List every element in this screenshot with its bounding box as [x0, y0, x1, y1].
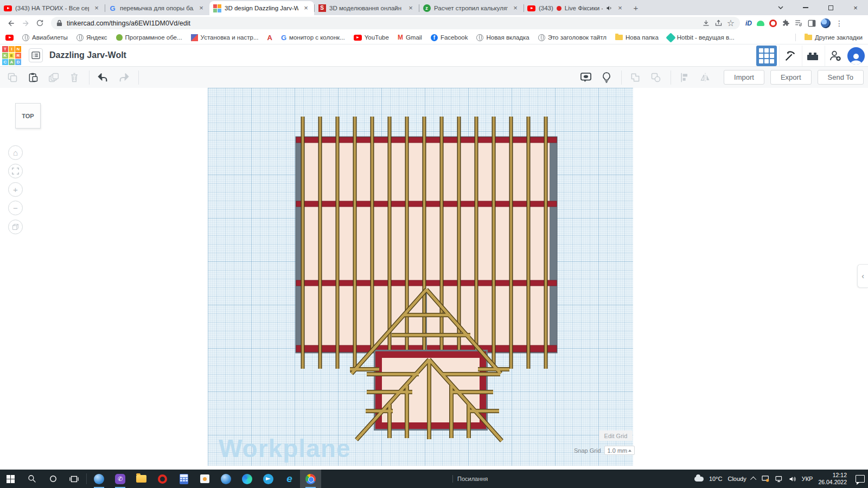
close-window-button[interactable]: × — [843, 0, 868, 15]
extension-id-icon[interactable]: iD — [745, 20, 752, 27]
roof-framing-model[interactable] — [208, 88, 633, 466]
url-text[interactable]: tinkercad.com/things/a6EWI1DM0Vd/edit — [67, 20, 698, 27]
brick-export-button[interactable] — [802, 46, 822, 66]
snap-grid-select[interactable]: 1.0 mm — [604, 446, 635, 455]
bookmark-yandex[interactable]: Яндекс — [76, 34, 107, 41]
tab-close-icon[interactable]: × — [302, 4, 310, 12]
taskbar-app-store[interactable] — [194, 470, 215, 488]
user-avatar[interactable] — [847, 47, 865, 65]
home-view-button[interactable]: ⌂ — [8, 145, 23, 160]
taskbar-links-toolbar[interactable]: Посилання — [452, 470, 488, 488]
taskbar-app-edge[interactable] — [237, 470, 258, 488]
bookmark-new-tab[interactable]: Новая вкладка — [476, 34, 529, 41]
bookmark-title-site[interactable]: Это заголовок тайтл — [538, 34, 607, 41]
tray-notification-icon[interactable] — [762, 476, 770, 483]
weather-temp[interactable]: 10°C — [709, 476, 723, 482]
shapes-panel-toggle[interactable]: ‹ — [857, 264, 868, 288]
bookmark-star-icon[interactable]: ☆ — [727, 18, 735, 28]
workplane-grid[interactable]: Workplane — [208, 88, 633, 466]
tab-youtube-live[interactable]: (343) Live Фіксики - всі с × — [524, 1, 628, 15]
other-bookmarks-folder[interactable]: Другие закладки — [805, 34, 863, 41]
blocks-view-button[interactable] — [756, 46, 777, 66]
taskbar-app-orb-2[interactable] — [215, 470, 237, 488]
action-center-icon[interactable] — [856, 475, 865, 483]
paste-button[interactable] — [25, 69, 41, 86]
invite-collaborator-button[interactable] — [825, 46, 845, 66]
bookmark-gmail[interactable]: MGmail — [398, 34, 422, 41]
duplicate-button[interactable] — [46, 69, 62, 86]
bookmark-aviabilety[interactable]: Авиабилеты — [22, 34, 68, 41]
edit-grid-button[interactable]: Edit Grid — [599, 431, 633, 441]
playlist-icon[interactable] — [795, 20, 803, 27]
taskbar-app-chrome[interactable] — [300, 470, 321, 488]
redo-button[interactable] — [116, 69, 132, 86]
taskbar-app-viber[interactable]: ✆ — [110, 470, 131, 488]
taskbar-app-explorer[interactable] — [131, 470, 152, 488]
mirror-button[interactable] — [697, 69, 713, 86]
opera-extension-icon[interactable] — [769, 20, 777, 27]
bookmark-red-a[interactable]: А — [267, 34, 272, 42]
share-icon[interactable] — [714, 19, 723, 27]
reload-button[interactable] — [33, 16, 47, 30]
taskbar-app-internet-explorer[interactable]: e — [279, 470, 300, 488]
back-button[interactable] — [4, 16, 18, 30]
taskbar-app-opera[interactable] — [152, 470, 173, 488]
fit-view-button[interactable] — [8, 164, 23, 178]
tab-close-icon[interactable]: × — [197, 4, 206, 12]
bookmark-facebook[interactable]: fFacebook — [431, 34, 468, 41]
tab-3d-modeling[interactable]: S 3D моделювання онлайн × — [314, 1, 419, 15]
ungroup-button[interactable] — [648, 69, 664, 86]
task-view-button[interactable] — [63, 470, 85, 488]
taskbar-app-browser-orb[interactable] — [88, 470, 110, 488]
profile-avatar[interactable] — [821, 18, 831, 28]
clock[interactable]: 12:1226.04.2022 — [818, 472, 847, 486]
language-indicator[interactable]: УКР — [802, 476, 813, 482]
bookmark-youtube[interactable] — [5, 35, 14, 41]
export-button[interactable]: Export — [770, 70, 812, 85]
tray-volume-icon[interactable] — [789, 476, 796, 483]
tray-network-icon[interactable] — [775, 476, 783, 483]
bookmark-hotbit[interactable]: Hotbit - ведущая в... — [667, 34, 735, 41]
cortana-button[interactable] — [42, 470, 63, 488]
android-extension-icon[interactable] — [757, 21, 764, 26]
bookmark-youtube-2[interactable]: YouTube — [354, 34, 389, 41]
tab-rafter-calculator[interactable]: z Расчет стропил калькулятор, ра × — [419, 1, 524, 15]
align-button[interactable] — [676, 69, 693, 86]
send-to-button[interactable]: Send To — [818, 70, 864, 85]
tab-close-icon[interactable]: × — [511, 4, 520, 12]
delete-button[interactable] — [66, 69, 82, 86]
perspective-toggle-button[interactable] — [8, 220, 23, 234]
zoom-out-button[interactable]: − — [8, 201, 23, 215]
import-button[interactable]: Import — [724, 70, 764, 85]
view-cube-top[interactable]: TOP — [15, 103, 41, 129]
forward-button[interactable] — [18, 16, 33, 30]
restore-button[interactable] — [818, 0, 843, 15]
search-button[interactable] — [21, 470, 42, 488]
tab-tinkercad-active[interactable]: 3D design Dazzling Jarv-Wolt | T × — [209, 1, 314, 15]
start-button[interactable] — [0, 470, 21, 488]
minecraft-export-button[interactable] — [779, 46, 800, 66]
side-panel-icon[interactable] — [808, 20, 816, 27]
show-all-button[interactable] — [578, 69, 594, 86]
design-properties-button[interactable] — [29, 48, 43, 62]
taskbar-app-telegram[interactable] — [258, 470, 279, 488]
download-icon[interactable] — [702, 19, 710, 27]
undo-button[interactable] — [95, 69, 111, 86]
bookmark-folder-nova[interactable]: Нова папка — [615, 34, 659, 41]
tray-expand-icon[interactable] — [750, 477, 756, 483]
lock-icon[interactable] — [56, 20, 62, 27]
tab-google-search[interactable]: G перемычка для опоры балки кр × — [105, 1, 209, 15]
group-button[interactable] — [627, 69, 643, 86]
new-tab-button[interactable]: + — [628, 1, 643, 15]
lightbulb-button[interactable] — [598, 69, 615, 86]
weather-cloud-icon[interactable] — [694, 477, 704, 481]
tinkercad-logo[interactable]: TIN KER CAD — [2, 46, 21, 65]
speaker-icon[interactable] — [606, 5, 612, 11]
tab-close-icon[interactable]: × — [616, 4, 624, 12]
extensions-puzzle-icon[interactable] — [782, 19, 790, 27]
design-title[interactable]: Dazzling Jarv-Wolt — [49, 50, 126, 60]
url-omnibox[interactable]: tinkercad.com/things/a6EWI1DM0Vd/edit ☆ — [51, 17, 740, 29]
copy-button[interactable] — [4, 69, 21, 86]
tab-youtube-na-troih[interactable]: (343) НА ТРОИХ - Все серии по × — [0, 1, 105, 15]
tab-search-icon[interactable] — [768, 0, 793, 15]
